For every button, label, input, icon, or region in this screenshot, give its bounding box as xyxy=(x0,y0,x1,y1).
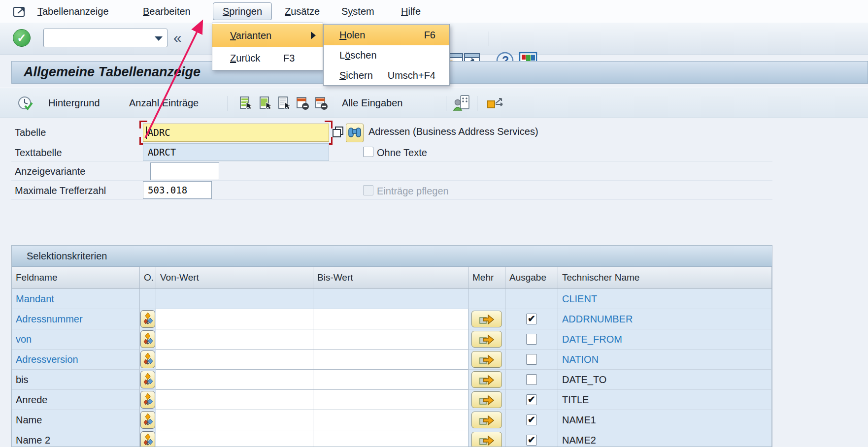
von-wert-input[interactable] xyxy=(156,309,313,329)
bis-wert-cell xyxy=(313,309,468,329)
ausgabe-cell xyxy=(505,390,558,410)
ohne-texte-checkbox[interactable] xyxy=(363,147,373,157)
more-selection-button[interactable] xyxy=(471,311,502,327)
selection-options-icon xyxy=(142,433,153,447)
table-description: Adressen (Business Address Services) xyxy=(368,126,538,137)
panel-title: Selektionskriterien xyxy=(12,246,772,267)
bis-wert-input[interactable] xyxy=(313,430,468,447)
apptoolbar-separator xyxy=(446,96,446,111)
collapse-toolbar-icon[interactable]: « xyxy=(173,23,182,55)
tabelle-input[interactable]: ADRC xyxy=(143,124,329,142)
distribute-export-icon[interactable] xyxy=(487,96,504,112)
output-checkbox[interactable] xyxy=(526,354,537,365)
more-selection-button[interactable] xyxy=(471,412,502,428)
alle-eingaben-button[interactable]: Alle Eingaben xyxy=(342,88,402,118)
von-wert-cell xyxy=(156,350,313,370)
von-wert-cell xyxy=(156,430,313,447)
selection-options-button[interactable] xyxy=(140,330,155,348)
menu-item-holen[interactable]: Holen F6 xyxy=(324,25,449,45)
texttabelle-label: Texttabelle xyxy=(15,147,62,159)
output-checkbox[interactable] xyxy=(526,314,537,324)
user-parameters-icon[interactable] xyxy=(453,95,470,111)
bis-wert-cell xyxy=(313,410,468,430)
option-cell xyxy=(140,309,156,329)
selection-options-button[interactable] xyxy=(140,411,155,429)
von-wert-input[interactable] xyxy=(156,390,313,410)
bis-wert-cell xyxy=(313,370,468,390)
shortcut-text: Umsch+F4 xyxy=(388,65,435,86)
menu-springen[interactable]: Springen xyxy=(213,2,272,20)
more-selection-button[interactable] xyxy=(471,391,502,408)
bis-wert-input[interactable] xyxy=(313,370,468,389)
more-selection-button[interactable] xyxy=(471,331,502,348)
execute-in-background-icon[interactable] xyxy=(18,96,33,112)
menu-item-loeschen[interactable]: Löschen xyxy=(324,45,449,65)
text-cursor xyxy=(146,127,147,139)
menu-hilfe[interactable]: Hilfe xyxy=(401,0,421,23)
command-input[interactable] xyxy=(45,30,153,46)
selection-options-icon xyxy=(142,312,153,326)
bis-wert-input[interactable] xyxy=(313,390,468,410)
output-checkbox[interactable] xyxy=(526,334,537,345)
more-selection-button[interactable] xyxy=(471,371,502,388)
output-checkbox[interactable] xyxy=(526,374,537,385)
delete-all-selection-rows-icon[interactable] xyxy=(314,96,329,111)
selection-options-button[interactable] xyxy=(140,371,155,388)
von-wert-input[interactable] xyxy=(156,370,313,389)
von-wert-input[interactable] xyxy=(156,329,313,349)
max-trefferzahl-input[interactable]: 503.018 xyxy=(143,181,212,199)
technical-name: TITLE xyxy=(558,390,685,410)
selection-options-icon xyxy=(142,413,153,427)
more-selection-button[interactable] xyxy=(471,432,502,447)
bis-wert-input[interactable] xyxy=(313,350,468,369)
choose-fields-all-icon[interactable] xyxy=(238,96,253,111)
form-divider xyxy=(11,161,772,162)
output-checkbox[interactable] xyxy=(526,415,537,425)
mehr-cell xyxy=(468,390,505,410)
technical-name: DATE_FROM xyxy=(558,329,685,350)
bis-wert-cell xyxy=(313,329,468,350)
multiple-selection-icon[interactable] xyxy=(331,125,345,140)
selection-options-button[interactable] xyxy=(140,431,155,447)
command-dropdown-icon[interactable] xyxy=(155,36,163,41)
filler-cell xyxy=(685,350,772,370)
selection-options-icon xyxy=(142,332,153,346)
selection-table-header: Feldname O. Von-Wert Bis-Wert Mehr Ausga… xyxy=(12,267,772,289)
shortcut-text: F6 xyxy=(424,25,435,45)
binoculars-icon xyxy=(346,124,363,142)
selection-row: bis DATE_TO xyxy=(12,370,772,390)
menu-zusaetze[interactable]: Zusätze xyxy=(285,0,320,23)
output-checkbox[interactable] xyxy=(526,394,537,405)
column-header-bis: Bis-Wert xyxy=(313,267,468,289)
form-divider xyxy=(11,199,772,200)
anzeigevariante-input[interactable] xyxy=(150,162,219,180)
selection-row: MandantCLIENT xyxy=(12,289,772,309)
choose-fields-empty-icon[interactable] xyxy=(277,96,292,111)
anzahl-eintraege-button[interactable]: Anzahl Einträge xyxy=(129,88,199,118)
von-wert-input[interactable] xyxy=(156,350,313,369)
hintergrund-button[interactable]: Hintergrund xyxy=(48,88,100,118)
menu-bearbeiten[interactable]: Bearbeiten xyxy=(143,0,191,23)
search-help-button[interactable] xyxy=(346,124,364,142)
von-wert-input[interactable] xyxy=(156,410,313,430)
more-selection-button[interactable] xyxy=(471,351,502,368)
enter-button[interactable]: ✓ xyxy=(13,29,31,47)
output-checkbox[interactable] xyxy=(526,435,537,446)
selection-options-button[interactable] xyxy=(140,351,155,368)
selection-options-button[interactable] xyxy=(140,391,155,409)
bis-wert-input[interactable] xyxy=(313,309,468,329)
filler-cell xyxy=(685,329,772,350)
menu-item-varianten[interactable]: Varianten xyxy=(212,24,323,47)
choose-fields-block-icon[interactable] xyxy=(258,96,273,111)
command-field-wrap xyxy=(43,29,167,47)
selection-options-button[interactable] xyxy=(140,310,155,328)
bis-wert-input[interactable] xyxy=(313,410,468,430)
selection-row: Anrede TITLE xyxy=(12,390,772,410)
menu-item-sichern[interactable]: Sichern Umsch+F4 xyxy=(324,65,449,86)
von-wert-input[interactable] xyxy=(156,430,313,447)
bis-wert-input[interactable] xyxy=(313,329,468,349)
menu-system[interactable]: System xyxy=(341,0,374,23)
delete-selection-row-icon[interactable] xyxy=(296,96,310,111)
menu-item-zurueck[interactable]: Zurück F3 xyxy=(212,47,323,69)
menu-tabellenanzeige[interactable]: Tabellenanzeige xyxy=(37,0,109,23)
